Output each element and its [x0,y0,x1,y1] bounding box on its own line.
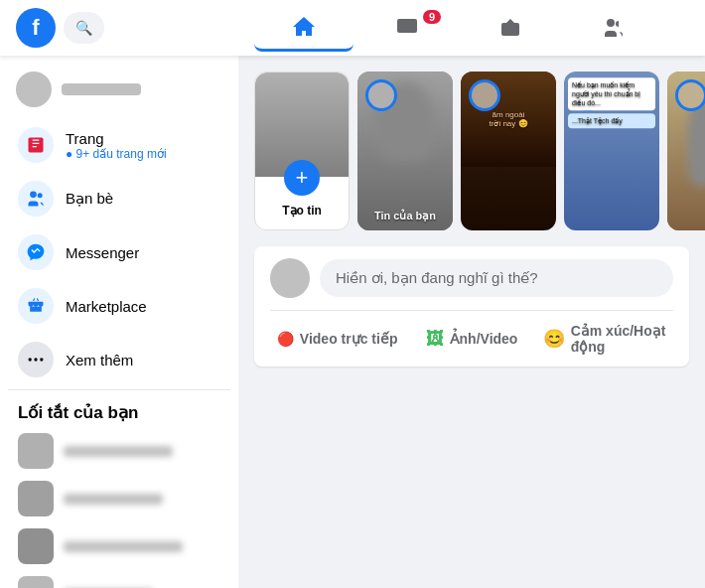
trang-label: Trang [66,130,167,147]
story-label-1: Tin của bạn [357,210,453,222]
post-input[interactable]: Hiền ơi, bạn đang nghĩ gì thế? [320,259,673,297]
messenger-icon [18,234,54,270]
marketplace-label: Marketplace [66,298,147,315]
svg-point-4 [30,192,37,199]
shortcut-avatar-4 [18,576,54,588]
sidebar-item-xemthem[interactable]: Xem thêm [8,334,230,385]
svg-rect-0 [397,19,417,33]
xemthem-icon [18,342,54,377]
post-actions: 🔴 Video trực tiếp 🖼 Ảnh/Video 😊 Cảm xúc/… [270,310,673,363]
user-avatar [16,72,52,107]
story-create[interactable]: + Tạo tin [254,72,350,230]
sidebar-item-trang[interactable]: Trang ● 9+ dấu trang mới [8,119,230,171]
search-box[interactable]: 🔍 [64,12,104,44]
svg-point-6 [29,358,32,361]
feeling-label: Cảm xúc/Hoạt động [571,323,669,355]
tab-gaming[interactable] [667,4,705,52]
feeling-icon: 😊 [543,328,565,350]
shortcut-avatar-3 [18,528,54,564]
story-avatar-1 [365,79,397,111]
tab-watch[interactable]: 9 [357,4,457,52]
main-feed: + Tạo tin Tin của bạn ăm ngoàitrời nay 😊 [238,56,705,588]
sidebar-item-messenger[interactable]: Messenger [8,226,230,278]
story-text-overlay-3: Nếu bạn muốn kiếm người yêu thì chuẩn bị… [568,77,655,128]
svg-point-7 [34,358,37,361]
post-action-feeling[interactable]: 😊 Cảm xúc/Hoạt động [539,315,673,363]
story-avatar-4 [675,79,705,111]
marketplace-icon [18,288,54,324]
nav-left: f 🔍 [16,8,254,48]
svg-point-8 [40,358,43,361]
shortcuts-section-label: Lối tắt của bạn [8,394,230,427]
trang-sublabel: ● 9+ dấu trang mới [66,147,167,161]
shortcut-avatar-1 [18,433,54,469]
tab-home[interactable] [254,4,353,52]
live-icon: 🔴 [277,331,294,347]
post-input-row: Hiền ơi, bạn đang nghĩ gì thế? [270,258,673,298]
user-name [62,83,141,95]
post-user-avatar [270,258,310,298]
post-action-photo[interactable]: 🖼 Ảnh/Video [404,315,538,363]
shortcut-avatar-2 [18,481,54,516]
xemthem-label: Xem thêm [66,352,133,368]
sidebar-divider [8,389,230,390]
svg-point-1 [607,19,615,27]
create-story-icon: + [284,160,320,196]
story-card-1[interactable]: Tin của bạn [357,72,453,230]
banbe-icon [18,181,54,217]
top-navigation: f 🔍 9 ☰ 💬 🔔 [0,0,705,56]
stories-row: + Tạo tin Tin của bạn ăm ngoàitrời nay 😊 [254,72,689,230]
svg-point-5 [38,193,43,198]
sidebar-item-marketplace[interactable]: Marketplace [8,280,230,332]
trang-icon [18,127,54,163]
shortcut-item-3[interactable] [8,522,230,570]
nav-center-tabs: 9 [254,4,705,52]
banbe-label: Bạn bè [66,190,113,208]
main-layout: Trang ● 9+ dấu trang mới Bạn bè Messenge… [0,0,705,588]
post-box: Hiền ơi, bạn đang nghĩ gì thế? 🔴 Video t… [254,246,689,367]
photo-label: Ảnh/Video [450,331,518,347]
story-card-3[interactable]: Nếu bạn muốn kiếm người yêu thì chuẩn bị… [564,72,659,230]
sidebar: Trang ● 9+ dấu trang mới Bạn bè Messenge… [0,56,238,588]
live-label: Video trực tiếp [300,331,398,347]
post-action-live[interactable]: 🔴 Video trực tiếp [270,315,404,363]
create-story-label: Tạo tin [282,204,322,218]
shortcut-item-2[interactable] [8,475,230,522]
sidebar-user[interactable] [8,64,230,115]
story-card-2[interactable]: ăm ngoàitrời nay 😊 [461,72,556,230]
trang-text: Trang ● 9+ dấu trang mới [66,130,167,161]
messenger-label: Messenger [66,244,139,261]
photo-icon: 🖼 [426,329,444,350]
tab-groups[interactable] [564,4,663,52]
shortcut-item-1[interactable] [8,427,230,475]
facebook-logo[interactable]: f [16,8,56,48]
watch-badge: 9 [423,10,441,24]
shortcut-item-4[interactable] [8,570,230,588]
story-text-overlay-2: ăm ngoàitrời nay 😊 [466,110,551,128]
story-card-4[interactable]: TikTok [667,72,705,230]
sidebar-item-banbe[interactable]: Bạn bè [8,173,230,224]
story-avatar-2 [469,79,500,111]
search-icon: 🔍 [75,20,92,36]
tab-marketplace[interactable] [461,4,560,52]
